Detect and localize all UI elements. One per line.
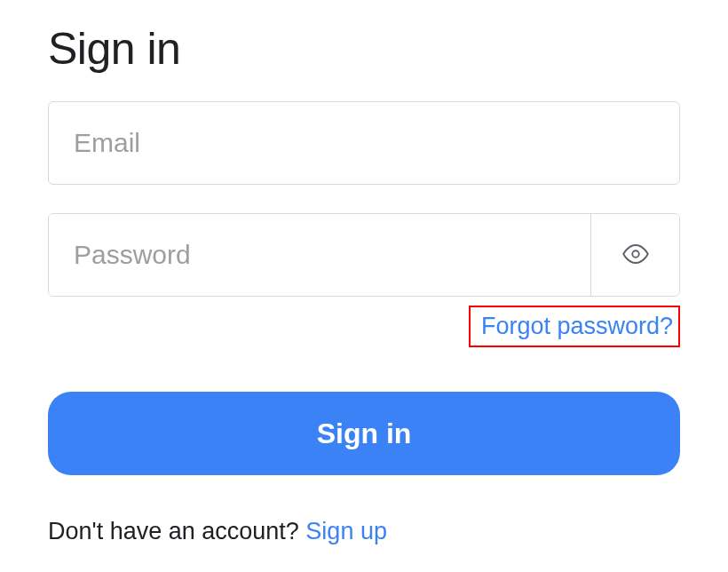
signup-prompt: Don't have an account? bbox=[48, 518, 305, 544]
signup-row: Don't have an account? Sign up bbox=[48, 518, 680, 545]
signin-form: Sign in Forgot password? Sign in Don't h… bbox=[0, 0, 728, 545]
signin-button[interactable]: Sign in bbox=[48, 392, 680, 475]
password-field[interactable] bbox=[49, 214, 590, 296]
eye-icon bbox=[622, 241, 649, 270]
email-field[interactable] bbox=[48, 101, 680, 185]
forgot-password-row: Forgot password? bbox=[48, 306, 680, 347]
forgot-password-link[interactable]: Forgot password? bbox=[469, 306, 680, 347]
page-title: Sign in bbox=[48, 23, 680, 75]
toggle-password-visibility-button[interactable] bbox=[590, 214, 679, 296]
svg-point-0 bbox=[632, 250, 639, 258]
password-field-wrapper bbox=[48, 213, 680, 297]
email-field-wrapper bbox=[48, 101, 680, 185]
signup-link[interactable]: Sign up bbox=[305, 518, 387, 544]
